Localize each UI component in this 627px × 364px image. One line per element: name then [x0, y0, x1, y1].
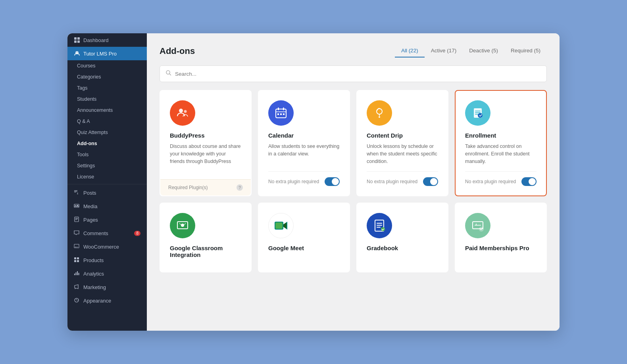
tools-label: Tools — [77, 152, 88, 157]
calendar-footer: No extra plugin required — [268, 171, 340, 186]
calendar-toggle[interactable] — [325, 177, 340, 186]
info-icon[interactable]: ? — [237, 184, 243, 191]
svg-rect-35 — [275, 222, 283, 229]
google-meet-desc — [268, 255, 340, 262]
sidebar-item-settings[interactable]: Settings — [67, 160, 147, 171]
sidebar-item-categories[interactable]: Categories — [67, 71, 147, 82]
settings-label: Settings — [77, 163, 95, 169]
tab-deactive[interactable]: Deactive (5) — [463, 44, 504, 57]
page-header: Add-ons All (22) Active (17) Deactive (5… — [160, 44, 547, 57]
posts-label: Posts — [83, 190, 96, 196]
analytics-label: Analytics — [83, 271, 104, 277]
card-buddypress: BuddyPress Discuss about course and shar… — [160, 90, 252, 196]
sidebar-item-comments[interactable]: Comments 8 — [67, 226, 147, 240]
sidebar-item-tags[interactable]: Tags — [67, 82, 147, 94]
google-meet-title: Google Meet — [268, 245, 340, 251]
svg-point-21 — [184, 110, 187, 113]
sidebar-item-media[interactable]: Media — [67, 199, 147, 213]
enrollment-icon — [465, 100, 490, 126]
svg-rect-0 — [74, 37, 77, 40]
woocommerce-icon — [74, 243, 80, 250]
marketing-label: Marketing — [83, 284, 106, 290]
tags-label: Tags — [77, 85, 87, 91]
card-google-meet: Google Meet — [258, 203, 350, 272]
svg-point-33 — [181, 224, 184, 227]
content-drip-footer: No extra plugin required — [367, 171, 438, 186]
comments-icon — [74, 230, 80, 236]
sidebar-item-courses[interactable]: Courses — [67, 60, 147, 71]
sidebar-item-tutor[interactable]: Tutor LMS Pro — [67, 47, 147, 60]
enrollment-title: Enrollment — [465, 132, 537, 139]
card-paid-memberships: Paid Memberships Pro — [455, 203, 547, 272]
sidebar-item-marketing[interactable]: Marketing — [67, 280, 147, 294]
buddypress-title: BuddyPress — [170, 132, 241, 139]
calendar-icon — [268, 100, 294, 126]
google-classroom-title: Google Classroom Integration — [170, 245, 241, 258]
sidebar-item-announcements[interactable]: Announcements — [67, 105, 147, 116]
sidebar-item-analytics[interactable]: Analytics — [67, 267, 147, 280]
courses-label: Courses — [77, 63, 96, 69]
buddypress-icon — [170, 100, 195, 126]
tutor-icon — [74, 50, 80, 57]
svg-point-31 — [478, 113, 483, 118]
svg-rect-27 — [283, 113, 285, 115]
comments-badge: 8 — [134, 231, 140, 236]
svg-rect-2 — [74, 40, 77, 43]
tab-all[interactable]: All (22) — [395, 44, 425, 57]
paid-memberships-title: Paid Memberships Pro — [465, 245, 537, 251]
sidebar-item-quiz-attempts[interactable]: Quiz Attempts — [67, 127, 147, 138]
svg-rect-1 — [77, 37, 80, 40]
google-classroom-icon — [170, 213, 195, 238]
content-drip-toggle[interactable] — [423, 177, 438, 186]
wp-menu-group: Posts Media — [67, 184, 147, 307]
sidebar-item-dashboard[interactable]: Dashboard — [67, 33, 147, 47]
page-title: Add-ons — [160, 46, 195, 56]
media-icon — [74, 203, 80, 209]
tabs-container: All (22) Active (17) Deactive (5) Requir… — [395, 44, 547, 57]
sidebar-item-tools[interactable]: Tools — [67, 149, 147, 160]
sidebar-item-posts[interactable]: Posts — [67, 186, 147, 199]
content-drip-knob — [430, 178, 437, 185]
sidebar-item-products[interactable]: Products — [67, 253, 147, 267]
paid-memberships-desc — [465, 255, 537, 262]
sidebar-item-appearance[interactable]: Appearance — [67, 294, 147, 307]
sidebar-item-addons[interactable]: Add-ons — [67, 138, 147, 149]
tab-required[interactable]: Required (5) — [504, 44, 547, 57]
comments-label: Comments — [83, 230, 108, 236]
card-google-classroom: Google Classroom Integration — [160, 203, 252, 272]
students-label: Students — [77, 96, 96, 102]
svg-rect-23 — [278, 107, 279, 110]
content-drip-desc: Unlock lessons by schedule or when the s… — [367, 143, 438, 165]
content-drip-plugin-label: No extra plugin required — [367, 179, 417, 184]
calendar-toggle-knob — [332, 178, 339, 185]
appearance-label: Appearance — [83, 298, 111, 304]
gradebook-desc — [367, 255, 438, 262]
svg-point-29 — [379, 116, 380, 118]
sidebar-item-license[interactable]: License — [67, 171, 147, 182]
products-icon — [74, 257, 80, 263]
sidebar-item-qa[interactable]: Q & A — [67, 116, 147, 127]
card-gradebook: Gradebook — [356, 203, 448, 272]
tab-active[interactable]: Active (17) — [425, 44, 463, 57]
announcements-label: Announcements — [77, 107, 113, 113]
media-label: Media — [83, 203, 97, 209]
search-input[interactable] — [175, 71, 541, 77]
search-bar — [160, 65, 547, 82]
enrollment-plugin-label: No extra plugin required — [465, 179, 516, 184]
svg-rect-10 — [74, 257, 76, 259]
enrollment-toggle[interactable] — [521, 177, 537, 186]
card-calendar: Calendar Allow students to see everythin… — [258, 90, 350, 196]
cards-grid: BuddyPress Discuss about course and shar… — [160, 90, 547, 272]
gradebook-title: Gradebook — [367, 245, 438, 251]
calendar-title: Calendar — [268, 132, 340, 139]
svg-rect-12 — [74, 260, 76, 262]
search-icon — [165, 70, 172, 78]
card-enrollment: Enrollment Take advanced control on enro… — [455, 90, 547, 196]
sidebar-item-woocommerce[interactable]: WooCommerce — [67, 240, 147, 253]
sidebar-item-students[interactable]: Students — [67, 94, 147, 105]
calendar-desc: Allow students to see everything in a ca… — [268, 143, 340, 165]
buddypress-footer: Required Plugin(s) ? — [160, 179, 251, 195]
sidebar-item-pages[interactable]: Pages — [67, 213, 147, 226]
addons-label: Add-ons — [77, 141, 97, 146]
analytics-icon — [74, 270, 80, 277]
